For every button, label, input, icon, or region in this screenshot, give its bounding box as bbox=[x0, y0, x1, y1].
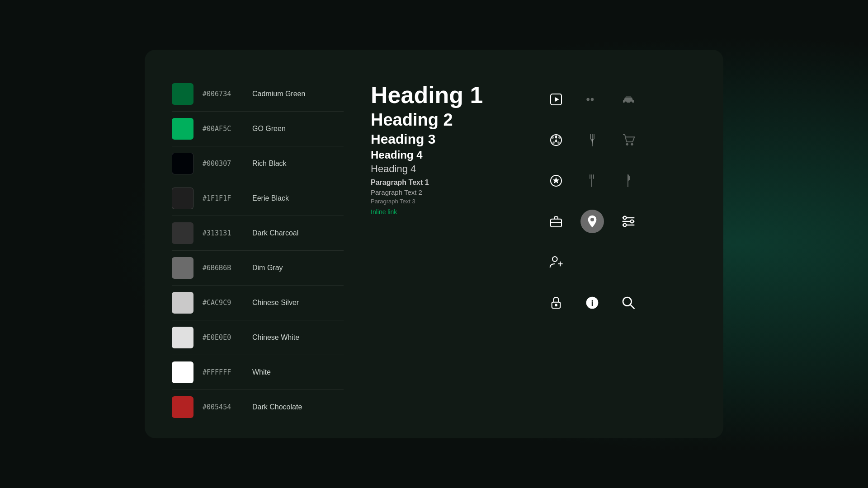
svg-point-3 bbox=[591, 98, 594, 101]
svg-point-4 bbox=[625, 102, 627, 104]
color-swatch bbox=[172, 188, 193, 209]
color-name: Dark Charcoal bbox=[252, 229, 298, 237]
color-name: Rich Black bbox=[252, 160, 287, 168]
color-swatch bbox=[172, 396, 193, 418]
color-hex: #313131 bbox=[203, 229, 243, 237]
palette-item: #00AF5CGO Green bbox=[172, 112, 344, 146]
svg-text:i: i bbox=[591, 298, 593, 308]
color-hex: #00AF5C bbox=[203, 125, 243, 133]
color-name: Dark Chocolate bbox=[252, 403, 302, 411]
paragraph-text-1: Paragraph Text 1 bbox=[371, 178, 515, 187]
palette-item: #000307Rich Black bbox=[172, 146, 344, 181]
color-name: Eerie Black bbox=[252, 194, 289, 202]
empty-slot-1 bbox=[580, 250, 604, 274]
svg-marker-14 bbox=[553, 177, 560, 183]
palette-item: #006734Cadmium Green bbox=[172, 77, 344, 112]
cutlery-left-icon bbox=[580, 169, 604, 192]
briefcase-icon bbox=[544, 210, 568, 233]
color-name: Chinese Silver bbox=[252, 299, 299, 307]
svg-marker-1 bbox=[555, 97, 559, 102]
palette-item: #313131Dark Charcoal bbox=[172, 216, 344, 251]
color-name: GO Green bbox=[252, 125, 286, 133]
lock-icon bbox=[544, 291, 568, 314]
svg-point-24 bbox=[623, 224, 627, 227]
paragraph-text-3: Paragraph Text 3 bbox=[371, 198, 515, 205]
color-name: Chinese White bbox=[252, 333, 299, 342]
knife-icon bbox=[617, 169, 640, 192]
inline-link[interactable]: Inline link bbox=[371, 208, 515, 216]
palette-item: #1F1F1FEerie Black bbox=[172, 181, 344, 216]
color-name: White bbox=[252, 368, 271, 376]
color-hex: #005454 bbox=[203, 403, 243, 411]
icons-column: i bbox=[542, 77, 696, 411]
location-pin-icon bbox=[580, 210, 604, 233]
star-circle-icon bbox=[544, 169, 568, 192]
color-swatch bbox=[172, 83, 193, 105]
car-icon bbox=[617, 88, 640, 111]
color-hex: #6B6B6B bbox=[203, 264, 243, 272]
color-swatch bbox=[172, 222, 193, 244]
empty-slot-2 bbox=[617, 250, 640, 274]
icons-grid: i bbox=[542, 81, 642, 321]
palette-item: #005454Dark Chocolate bbox=[172, 390, 344, 424]
play-circle-icon bbox=[544, 88, 568, 111]
palette-item: #E0E0E0Chinese White bbox=[172, 320, 344, 355]
svg-point-35 bbox=[555, 304, 557, 306]
color-name: Cadmium Green bbox=[252, 90, 305, 98]
color-swatch bbox=[172, 361, 193, 383]
main-card: #006734Cadmium Green#00AF5CGO Green#0003… bbox=[145, 50, 723, 438]
color-hex: #000307 bbox=[203, 160, 243, 168]
color-hex: #E0E0E0 bbox=[203, 333, 243, 342]
shopping-cart-icon bbox=[617, 128, 640, 152]
svg-point-12 bbox=[631, 143, 633, 145]
svg-rect-7 bbox=[590, 134, 591, 139]
typography-column: Heading 1 Heading 2 Heading 3 Heading 4 … bbox=[371, 77, 515, 411]
svg-point-22 bbox=[623, 216, 627, 220]
svg-rect-9 bbox=[594, 134, 594, 139]
heading-2: Heading 2 bbox=[371, 110, 515, 130]
color-swatch bbox=[172, 257, 193, 279]
color-swatch bbox=[172, 292, 193, 314]
color-swatch bbox=[172, 327, 193, 348]
palette-item: #CAC9C9Chinese Silver bbox=[172, 286, 344, 320]
color-hex: #CAC9C9 bbox=[203, 299, 243, 307]
svg-point-23 bbox=[631, 220, 634, 223]
svg-point-5 bbox=[630, 102, 632, 104]
info-icon: i bbox=[580, 291, 604, 314]
filter-icon bbox=[617, 210, 640, 233]
svg-point-11 bbox=[626, 143, 628, 145]
svg-rect-16 bbox=[591, 174, 592, 179]
svg-rect-18 bbox=[591, 179, 592, 187]
svg-rect-15 bbox=[590, 174, 590, 179]
heading-3: Heading 3 bbox=[371, 131, 515, 147]
svg-rect-17 bbox=[593, 174, 594, 179]
heading-4-normal: Heading 4 bbox=[371, 163, 515, 175]
svg-rect-8 bbox=[592, 134, 593, 139]
svg-point-2 bbox=[586, 98, 590, 101]
dots-icon bbox=[580, 88, 604, 111]
svg-rect-10 bbox=[592, 139, 593, 146]
search-icon bbox=[617, 291, 640, 314]
svg-point-38 bbox=[623, 297, 632, 306]
color-swatch bbox=[172, 118, 193, 140]
fork-icon bbox=[580, 128, 604, 152]
palette-item: #FFFFFFWhite bbox=[172, 355, 344, 390]
svg-point-31 bbox=[552, 257, 557, 262]
svg-point-21 bbox=[590, 218, 594, 221]
soccer-ball-icon bbox=[544, 128, 568, 152]
color-hex: #006734 bbox=[203, 90, 243, 98]
paragraph-text-2: Paragraph Text 2 bbox=[371, 188, 515, 196]
add-user-icon bbox=[544, 250, 568, 274]
color-name: Dim Gray bbox=[252, 264, 283, 272]
palette-item: #6B6B6BDim Gray bbox=[172, 251, 344, 286]
svg-line-39 bbox=[630, 305, 634, 309]
heading-4-bold: Heading 4 bbox=[371, 149, 515, 161]
color-swatch bbox=[172, 153, 193, 174]
color-hex: #FFFFFF bbox=[203, 368, 243, 376]
palette-column: #006734Cadmium Green#00AF5CGO Green#0003… bbox=[172, 77, 344, 411]
heading-1: Heading 1 bbox=[371, 81, 515, 108]
color-hex: #1F1F1F bbox=[203, 194, 243, 202]
